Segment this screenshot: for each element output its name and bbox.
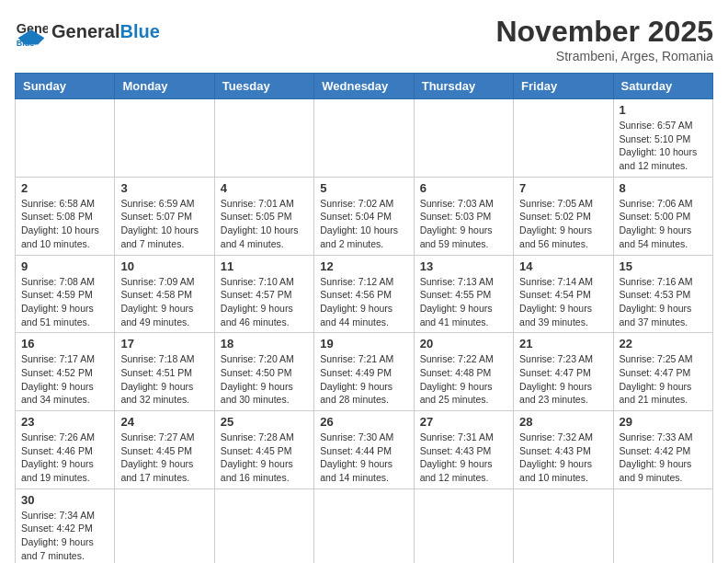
day-number: 28	[519, 415, 607, 429]
month-title: November 2025	[495, 15, 713, 49]
day-number: 13	[420, 259, 507, 273]
day-number: 27	[420, 415, 507, 429]
col-wednesday: Wednesday	[314, 74, 414, 99]
table-row	[214, 99, 313, 178]
table-row: 25Sunrise: 7:28 AM Sunset: 4:45 PM Dayli…	[214, 411, 313, 489]
day-number: 22	[620, 337, 707, 350]
logo: General Blue GeneralBlue	[15, 15, 160, 48]
calendar-header-row: Sunday Monday Tuesday Wednesday Thursday…	[16, 74, 713, 99]
table-row: 20Sunrise: 7:22 AM Sunset: 4:48 PM Dayli…	[414, 333, 513, 411]
day-number: 14	[519, 259, 607, 273]
table-row: 16Sunrise: 7:17 AM Sunset: 4:52 PM Dayli…	[16, 333, 115, 411]
day-info: Sunrise: 7:34 AM Sunset: 4:42 PM Dayligh…	[21, 509, 108, 563]
table-row: 24Sunrise: 7:27 AM Sunset: 4:45 PM Dayli…	[115, 411, 214, 489]
calendar-week-row: 1Sunrise: 6:57 AM Sunset: 5:10 PM Daylig…	[16, 99, 713, 178]
day-number: 11	[221, 259, 308, 273]
table-row: 30Sunrise: 7:34 AM Sunset: 4:42 PM Dayli…	[16, 488, 115, 563]
table-row	[514, 488, 613, 563]
day-info: Sunrise: 7:01 AM Sunset: 5:05 PM Dayligh…	[221, 197, 308, 251]
calendar-week-row: 16Sunrise: 7:17 AM Sunset: 4:52 PM Dayli…	[16, 333, 713, 411]
day-info: Sunrise: 7:03 AM Sunset: 5:03 PM Dayligh…	[420, 197, 507, 251]
day-info: Sunrise: 7:22 AM Sunset: 4:48 PM Dayligh…	[420, 352, 507, 407]
table-row: 1Sunrise: 6:57 AM Sunset: 5:10 PM Daylig…	[613, 99, 712, 178]
day-info: Sunrise: 7:16 AM Sunset: 4:53 PM Dayligh…	[620, 275, 707, 329]
day-number: 25	[221, 415, 308, 429]
calendar-week-row: 23Sunrise: 7:26 AM Sunset: 4:46 PM Dayli…	[16, 411, 713, 489]
day-number: 29	[620, 415, 707, 429]
day-info: Sunrise: 6:59 AM Sunset: 5:07 PM Dayligh…	[120, 197, 208, 251]
day-number: 2	[21, 181, 108, 195]
table-row: 14Sunrise: 7:14 AM Sunset: 4:54 PM Dayli…	[514, 255, 613, 333]
day-number: 16	[21, 337, 108, 350]
table-row	[115, 488, 214, 563]
col-saturday: Saturday	[613, 74, 712, 99]
table-row: 21Sunrise: 7:23 AM Sunset: 4:47 PM Dayli…	[514, 333, 613, 411]
page-header: General Blue GeneralBlue November 2025 S…	[15, 15, 713, 63]
table-row: 11Sunrise: 7:10 AM Sunset: 4:57 PM Dayli…	[214, 255, 313, 333]
table-row: 12Sunrise: 7:12 AM Sunset: 4:56 PM Dayli…	[314, 255, 414, 333]
day-number: 8	[620, 181, 707, 195]
day-info: Sunrise: 7:21 AM Sunset: 4:49 PM Dayligh…	[320, 352, 407, 407]
table-row: 27Sunrise: 7:31 AM Sunset: 4:43 PM Dayli…	[414, 411, 513, 489]
day-info: Sunrise: 7:10 AM Sunset: 4:57 PM Dayligh…	[221, 275, 308, 329]
day-info: Sunrise: 7:32 AM Sunset: 4:43 PM Dayligh…	[519, 431, 607, 485]
day-number: 17	[120, 337, 208, 350]
table-row: 3Sunrise: 6:59 AM Sunset: 5:07 PM Daylig…	[115, 177, 214, 255]
table-row	[414, 99, 513, 178]
day-info: Sunrise: 7:14 AM Sunset: 4:54 PM Dayligh…	[519, 275, 607, 329]
logo-text: GeneralBlue	[51, 21, 160, 41]
table-row: 23Sunrise: 7:26 AM Sunset: 4:46 PM Dayli…	[16, 411, 115, 489]
calendar-week-row: 2Sunrise: 6:58 AM Sunset: 5:08 PM Daylig…	[16, 177, 713, 255]
day-info: Sunrise: 7:31 AM Sunset: 4:43 PM Dayligh…	[420, 431, 507, 485]
logo-icon: General Blue	[15, 15, 48, 48]
col-thursday: Thursday	[414, 74, 513, 99]
day-info: Sunrise: 7:08 AM Sunset: 4:59 PM Dayligh…	[21, 275, 108, 329]
table-row: 26Sunrise: 7:30 AM Sunset: 4:44 PM Dayli…	[314, 411, 414, 489]
col-tuesday: Tuesday	[214, 74, 313, 99]
day-number: 24	[120, 415, 208, 429]
day-info: Sunrise: 7:06 AM Sunset: 5:00 PM Dayligh…	[620, 197, 707, 251]
table-row	[514, 99, 613, 178]
day-info: Sunrise: 7:25 AM Sunset: 4:47 PM Dayligh…	[620, 352, 707, 407]
day-number: 18	[221, 337, 308, 350]
day-info: Sunrise: 7:18 AM Sunset: 4:51 PM Dayligh…	[120, 352, 208, 407]
table-row	[613, 488, 712, 563]
table-row	[314, 99, 414, 178]
location-subtitle: Strambeni, Arges, Romania	[495, 49, 713, 63]
table-row: 4Sunrise: 7:01 AM Sunset: 5:05 PM Daylig…	[214, 177, 313, 255]
day-info: Sunrise: 6:58 AM Sunset: 5:08 PM Dayligh…	[21, 197, 108, 251]
day-number: 1	[620, 103, 707, 117]
day-number: 4	[221, 181, 308, 195]
day-number: 12	[320, 259, 407, 273]
day-info: Sunrise: 7:30 AM Sunset: 4:44 PM Dayligh…	[320, 431, 407, 485]
svg-text:Blue: Blue	[17, 39, 35, 48]
day-info: Sunrise: 6:57 AM Sunset: 5:10 PM Dayligh…	[620, 119, 707, 173]
day-number: 3	[120, 181, 208, 195]
day-info: Sunrise: 7:26 AM Sunset: 4:46 PM Dayligh…	[21, 431, 108, 485]
day-info: Sunrise: 7:17 AM Sunset: 4:52 PM Dayligh…	[21, 352, 108, 407]
table-row: 29Sunrise: 7:33 AM Sunset: 4:42 PM Dayli…	[613, 411, 712, 489]
calendar-table: Sunday Monday Tuesday Wednesday Thursday…	[15, 73, 713, 563]
day-number: 6	[420, 181, 507, 195]
day-info: Sunrise: 7:20 AM Sunset: 4:50 PM Dayligh…	[221, 352, 308, 407]
calendar-week-row: 9Sunrise: 7:08 AM Sunset: 4:59 PM Daylig…	[16, 255, 713, 333]
day-info: Sunrise: 7:33 AM Sunset: 4:42 PM Dayligh…	[620, 431, 707, 485]
calendar-week-row: 30Sunrise: 7:34 AM Sunset: 4:42 PM Dayli…	[16, 488, 713, 563]
day-info: Sunrise: 7:02 AM Sunset: 5:04 PM Dayligh…	[320, 197, 407, 251]
day-number: 23	[21, 415, 108, 429]
day-info: Sunrise: 7:27 AM Sunset: 4:45 PM Dayligh…	[120, 431, 208, 485]
col-friday: Friday	[514, 74, 613, 99]
table-row: 2Sunrise: 6:58 AM Sunset: 5:08 PM Daylig…	[16, 177, 115, 255]
day-number: 19	[320, 337, 407, 350]
day-number: 15	[620, 259, 707, 273]
table-row: 22Sunrise: 7:25 AM Sunset: 4:47 PM Dayli…	[613, 333, 712, 411]
table-row: 19Sunrise: 7:21 AM Sunset: 4:49 PM Dayli…	[314, 333, 414, 411]
table-row	[314, 488, 414, 563]
col-monday: Monday	[115, 74, 214, 99]
day-number: 26	[320, 415, 407, 429]
table-row: 5Sunrise: 7:02 AM Sunset: 5:04 PM Daylig…	[314, 177, 414, 255]
day-number: 7	[519, 181, 607, 195]
day-number: 5	[320, 181, 407, 195]
table-row: 17Sunrise: 7:18 AM Sunset: 4:51 PM Dayli…	[115, 333, 214, 411]
day-info: Sunrise: 7:28 AM Sunset: 4:45 PM Dayligh…	[221, 431, 308, 485]
